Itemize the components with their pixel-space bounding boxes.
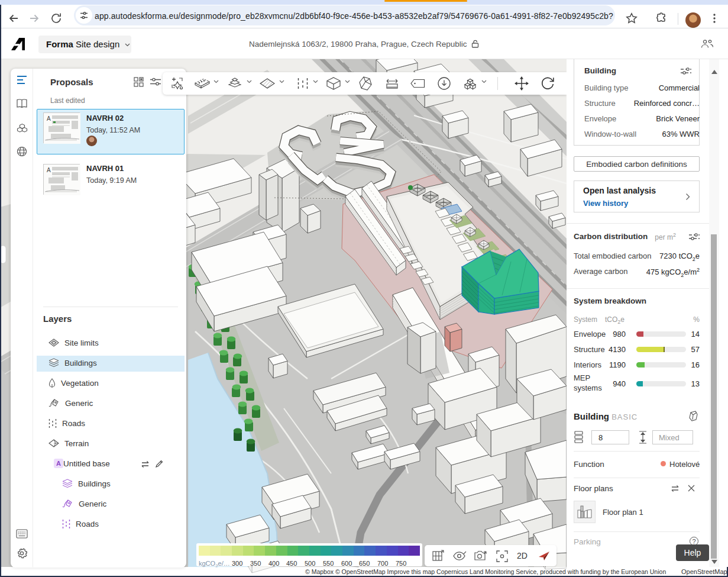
svg-text:A: A <box>47 167 51 173</box>
svg-text:A: A <box>47 115 51 122</box>
